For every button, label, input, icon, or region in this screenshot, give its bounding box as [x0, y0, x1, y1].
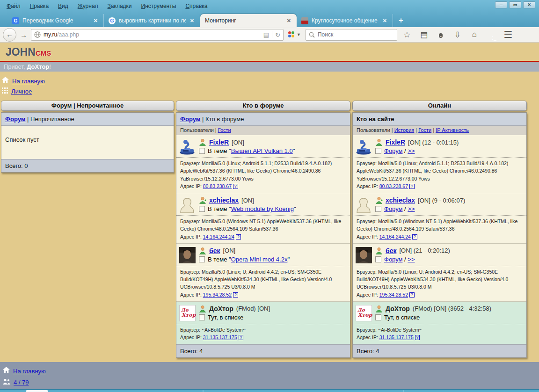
menu-item-справка[interactable]: Справка	[185, 3, 207, 12]
top-link-1[interactable]: На главную	[12, 78, 45, 85]
ip-link[interactable]: 80.83.238.67	[203, 183, 232, 189]
footer-link-2[interactable]: 4 / 79	[14, 379, 29, 386]
select-checkbox[interactable]	[375, 206, 381, 212]
select-checkbox[interactable]	[199, 148, 205, 154]
tab-4[interactable]: Круглосуточное общение (...✕	[297, 14, 393, 27]
filter-link-гости[interactable]: Гости	[218, 127, 231, 133]
user-status: [ON] (12 - 0:01:15)	[408, 139, 459, 146]
menu-item-правка[interactable]: Правка	[30, 3, 49, 12]
whois-icon[interactable]: ?	[233, 184, 238, 189]
ip-link[interactable]: 195.34.28.52	[379, 292, 408, 298]
search-box[interactable]	[306, 29, 397, 41]
select-checkbox[interactable]	[375, 256, 381, 262]
tab-close-icon[interactable]: ✕	[93, 18, 99, 24]
menu-item-закладки[interactable]: Закладки	[108, 3, 132, 12]
ip-link[interactable]: 31.135.137.175	[203, 334, 237, 340]
ip-label: Адрес IP:	[357, 183, 379, 189]
topic-link[interactable]: Вышел API Vulkan 1.0	[231, 147, 293, 154]
top-navigation: На главнуюЛичное	[0, 72, 539, 99]
ip-link[interactable]: 14.164.244.24	[379, 234, 411, 240]
minimize-button[interactable]: ─	[495, 1, 507, 8]
filter-link-гости[interactable]: Гости	[418, 127, 431, 133]
url-bar[interactable]: my.ru/aaa.php ▤ ↻	[31, 29, 284, 41]
ip-link[interactable]: 31.135.137.175	[379, 334, 414, 340]
ip-link[interactable]: 14.164.244.24	[203, 234, 234, 240]
username-link[interactable]: FixleR	[209, 138, 229, 146]
new-tab-button[interactable]: +	[393, 16, 409, 27]
subheader-forum-link[interactable]: Форум	[5, 116, 25, 123]
reload-icon[interactable]: ↻	[275, 31, 280, 38]
username-link[interactable]: бек	[209, 247, 220, 254]
user-forum-link[interactable]: Форум	[384, 147, 403, 154]
tab-label: выровнять картинки по ле...	[119, 17, 186, 24]
select-checkbox[interactable]	[199, 314, 205, 320]
whois-icon[interactable]: ?	[236, 234, 241, 240]
whois-icon[interactable]: ?	[239, 335, 244, 340]
whois-icon[interactable]: ?	[412, 234, 417, 240]
topic-link[interactable]: Web module by Koenig	[231, 205, 294, 212]
ip-link[interactable]: 80.83.238.67	[379, 183, 408, 189]
menu-item-инструменты[interactable]: Инструменты	[141, 3, 176, 12]
user-line-2: Форум / >>	[375, 205, 524, 212]
select-checkbox[interactable]	[199, 256, 205, 262]
tab-2[interactable]: Gвыровнять картинки по ле...✕	[104, 14, 200, 27]
user-more-link[interactable]: >>	[408, 147, 415, 154]
reading-list-icon[interactable]: ▤	[417, 30, 431, 40]
subheader-forum-link[interactable]: Форум	[180, 116, 200, 123]
browser-label: Браузер:	[180, 327, 202, 333]
browser-chrome: ФайлПравкаВидЖурналЗакладкиИнструментыСп…	[0, 0, 539, 27]
tab-close-icon[interactable]: ✕	[189, 18, 195, 24]
globe-icon	[34, 31, 41, 38]
username-link[interactable]: FixleR	[386, 138, 405, 146]
bookmark-star-icon[interactable]: ☆	[400, 30, 414, 40]
tab-3[interactable]: Мониторинг✕	[200, 14, 297, 27]
user-status: (FMod) [ON] (3652 - 4:32:58)	[413, 305, 491, 312]
footer-link-1[interactable]: На главную	[13, 368, 46, 375]
extension-button[interactable]: ▼	[286, 30, 303, 39]
user-info: ДоХтор(FMod) [ON] (3652 - 4:32:58)Тут, в…	[375, 305, 524, 321]
user-more-link[interactable]: >>	[408, 256, 415, 263]
forward-button[interactable]: →	[19, 31, 28, 39]
whois-icon[interactable]: ?	[233, 292, 238, 298]
reader-mode-icon[interactable]: ▤	[263, 31, 269, 38]
whois-icon[interactable]: ?	[409, 184, 415, 189]
avatar	[179, 138, 196, 155]
menu-item-журнал[interactable]: Журнал	[78, 3, 98, 12]
username-link[interactable]: бек	[386, 247, 396, 254]
user-forum-link[interactable]: Форум	[384, 256, 403, 263]
select-checkbox[interactable]	[199, 206, 205, 212]
avatar: ДоХтор	[179, 305, 196, 321]
user-forum-link[interactable]: Форум	[384, 205, 403, 212]
browser-label: Браузер:	[180, 160, 202, 166]
username-link[interactable]: xchieclax	[209, 196, 239, 204]
tab-1[interactable]: GПереводчик Google✕	[7, 14, 104, 27]
filter-link-история[interactable]: История	[394, 127, 415, 133]
user-line-2: В теме "Opera Mini mod 4.2x"	[199, 256, 347, 263]
menu-hamburger-icon[interactable]: ☰	[501, 30, 515, 39]
os-taskbar[interactable]	[0, 389, 539, 392]
whois-icon[interactable]: ?	[415, 335, 420, 340]
whois-icon[interactable]: ?	[409, 292, 415, 298]
menu-item-вид[interactable]: Вид	[58, 3, 68, 12]
filter-link-ip-активность[interactable]: IP Активность	[436, 127, 469, 133]
column-title: Онлайн	[352, 101, 527, 111]
avatar-text-line: Хтор	[357, 312, 371, 318]
menu-item-файл[interactable]: Файл	[7, 3, 21, 12]
topic-link[interactable]: Opera Mini mod 4.2x	[231, 256, 288, 263]
select-checkbox[interactable]	[375, 148, 381, 154]
pocket-icon[interactable]: ⌄	[434, 30, 448, 39]
username-link[interactable]: xchieclax	[386, 196, 415, 204]
top-link-2[interactable]: Личное	[11, 88, 32, 95]
home-icon[interactable]: ⌂	[467, 30, 481, 39]
user-more-link[interactable]: >>	[408, 205, 415, 212]
tab-close-icon[interactable]: ✕	[286, 18, 292, 24]
user-line-2: Тут, в списке	[375, 314, 524, 321]
downloads-icon[interactable]: ⇩	[451, 30, 465, 40]
tab-close-icon[interactable]: ✕	[382, 18, 388, 24]
close-button[interactable]: ✕	[523, 1, 535, 8]
maximize-button[interactable]: ▭	[509, 1, 521, 8]
search-input[interactable]	[318, 31, 388, 38]
back-button[interactable]: ←	[3, 28, 16, 42]
select-checkbox[interactable]	[375, 314, 381, 320]
ip-link[interactable]: 195.34.28.52	[203, 292, 232, 298]
